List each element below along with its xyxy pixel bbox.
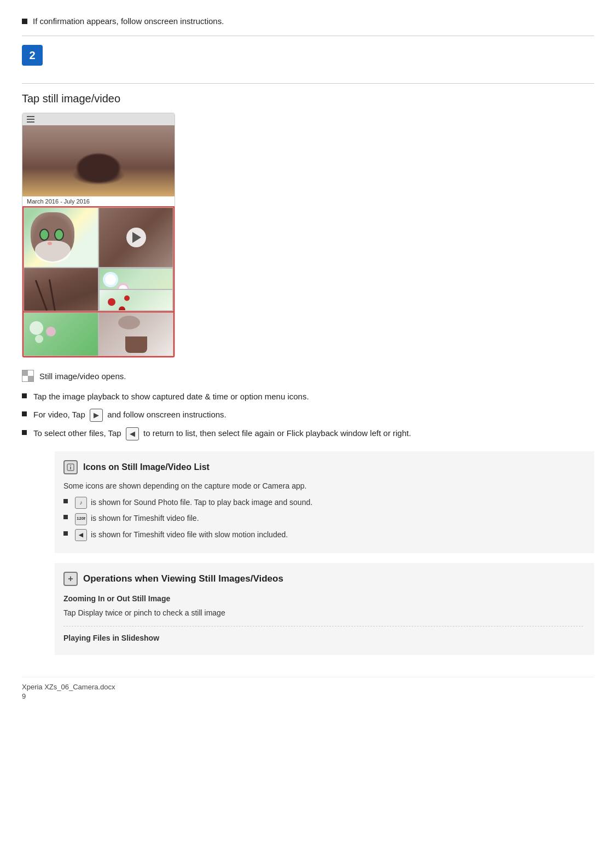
berry-1 [108,298,115,306]
chopstick-2 [49,279,56,311]
icons-item2: is shown for Timeshift video file. [91,514,199,523]
slideshow-subtitle: Playing Files in Slideshow [63,632,583,644]
list-item-3-text: To select other files, Tap ◀ to return t… [33,427,411,440]
checkered-icon [22,370,34,382]
icons-box-title-row: Icons on Still Image/Video List [63,460,583,474]
icons-info-box: Icons on Still Image/Video List Some ico… [55,451,594,553]
bottom-right-cells [98,268,173,311]
green-photo-cell [24,312,98,356]
footer: Xperia XZs_06_Camera.docx 9 [22,677,594,700]
ops-divider [63,626,583,626]
bullet3-post: to return to list, then select file agai… [143,428,411,438]
list-item-3: To select other files, Tap ◀ to return t… [22,427,594,440]
bullet-icon [22,19,27,24]
bullet-sq-2 [22,411,27,416]
flower-1 [105,274,116,285]
zoom-body: Tap Display twice or pinch to check a st… [63,607,583,619]
play-inline-icon: ▶ [90,409,103,422]
svg-point-1 [70,465,71,466]
bullet-sq-1 [22,393,27,398]
play-button-icon [126,228,146,247]
cup-sim [125,336,147,353]
music-note-icon: ♪ [75,497,87,509]
chopstick-1 [35,280,48,311]
icons-box-description: Some icons are shown depending on the ca… [63,480,583,492]
icons-box-icon [63,460,78,474]
wood-photo-cell [24,268,98,311]
footer-page: 9 [22,692,594,700]
ops-body: Zooming In or Out Still Image Tap Displa… [63,593,583,644]
coffee-cup-cell [98,312,173,356]
operations-box: + Operations when Viewing Still Images/V… [55,563,594,655]
step-divider [22,36,594,36]
video-cell [98,207,173,268]
icons-sub-3: ◀ is shown for Timeshift video file with… [63,529,583,541]
flower-2 [119,285,127,289]
coffee-image [22,125,175,196]
result-text: Still image/video opens. [39,371,126,381]
flowers-cell [99,268,173,289]
berry-3 [124,295,130,301]
bullet3-pre: To select other files, Tap [33,428,121,438]
sub-sq-2 [63,515,68,519]
step-title: Tap still image/video [22,92,594,105]
bottom-grid-row [22,312,175,357]
phone-screenshot: March 2016 - July 2016 [22,113,175,358]
photo-grid [22,206,175,312]
ops-box-title: Operations when Viewing Still Images/Vid… [83,573,283,584]
bullet2-post: and follow onscreen instructions. [107,410,226,419]
icons-sub-1: ♪ is shown for Sound Photo file. Tap to … [63,496,583,509]
coffee-sim [22,125,175,196]
list-item-2: For video, Tap ▶ and follow onscreen ins… [22,409,594,422]
icons-sub-2-text: 120f is shown for Timeshift video file. [73,512,199,525]
date-label: March 2016 - July 2016 [22,196,175,206]
bullet2-pre: For video, Tap [33,410,85,419]
ops-icon-label: + [68,574,73,584]
top-instruction-text: If confirmation appears, follow onscreen… [33,16,224,26]
step-badge: 2 [22,45,43,66]
ops-box-icon: + [63,572,78,586]
result-row: Still image/video opens. [22,370,594,382]
list-item-1: Tap the image playback to show captured … [22,391,594,403]
list-item-1-text: Tap the image playback to show captured … [33,391,309,403]
ops-box-title-row: + Operations when Viewing Still Images/V… [63,572,583,586]
berry-2 [119,306,125,311]
instructions-list: Tap the image playback to show captured … [22,391,594,440]
icons-box-title: Icons on Still Image/Video List [83,462,210,472]
icons-sub-1-text: ♪ is shown for Sound Photo file. Tap to … [73,496,312,509]
step-divider-2 [22,83,594,84]
svg-rect-2 [70,467,71,469]
cat-nose [48,242,52,245]
footer-filename: Xperia XZs_06_Camera.docx [22,683,594,691]
icons-box-body: Some icons are shown depending on the ca… [63,480,583,541]
phone-top-bar [22,113,175,125]
play-triangle-icon [132,232,141,243]
zoom-subtitle: Zooming In or Out Still Image [63,593,583,605]
list-item-2-text: For video, Tap ▶ and follow onscreen ins… [33,409,226,422]
cat-eye-right [54,229,64,241]
berries-cell [99,289,173,311]
sub-sq-1 [63,499,68,503]
sub-sq-3 [63,531,68,536]
cat-photo-cell [24,207,98,268]
120fps-icon: 120f [75,513,87,525]
icons-item3: is shown for Timeshift video file with s… [91,530,288,539]
cat-chin [35,241,71,263]
icons-sub-2: 120f is shown for Timeshift video file. [63,512,583,525]
top-instruction-row: If confirmation appears, follow onscreen… [22,16,594,26]
slow-motion-icon: ◀ [75,529,87,541]
hamburger-icon [27,116,34,123]
bullet-sq-3 [22,430,27,435]
back-inline-icon: ◀ [126,427,139,440]
icons-sub-3-text: ◀ is shown for Timeshift video file with… [73,529,288,541]
cat-eye-left [39,229,49,241]
icons-item1: is shown for Sound Photo file. Tap to pl… [91,498,312,507]
